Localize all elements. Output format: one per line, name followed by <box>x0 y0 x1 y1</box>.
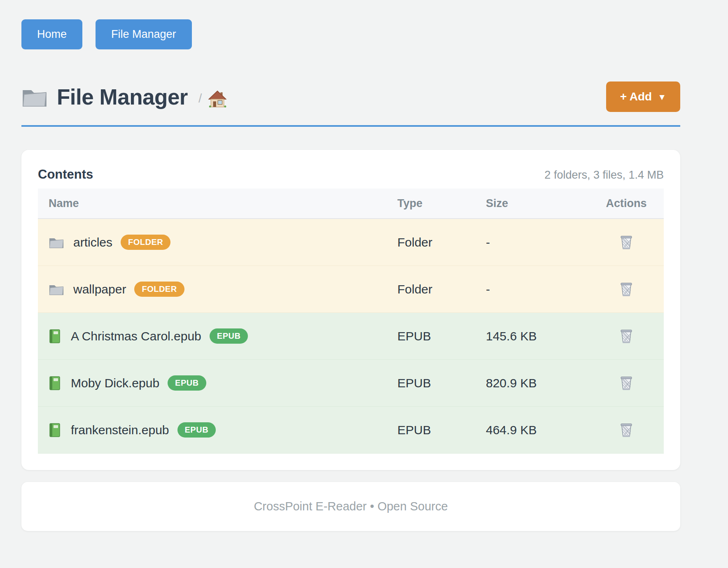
type-badge: FOLDER <box>134 282 184 297</box>
file-name: frankenstein.epub <box>71 423 169 437</box>
file-type-cell: EPUB <box>397 376 486 390</box>
file-size-cell: - <box>486 282 589 296</box>
home-button[interactable]: Home <box>21 19 82 49</box>
column-header-actions: Actions <box>589 197 664 210</box>
file-type-cell: Folder <box>397 282 486 296</box>
delete-button[interactable] <box>617 420 635 440</box>
table-row[interactable]: wallpaper FOLDER Folder - <box>38 266 664 313</box>
column-header-name: Name <box>38 197 397 210</box>
title-group: File Manager / <box>21 84 226 109</box>
delete-button[interactable] <box>617 326 635 346</box>
delete-button[interactable] <box>617 279 635 299</box>
type-badge: EPUB <box>177 422 216 438</box>
type-badge: EPUB <box>168 375 206 391</box>
contents-card: Contents 2 folders, 3 files, 1.4 MB Name… <box>21 150 680 470</box>
table-row[interactable]: A Christmas Carol.epub EPUB EPUB 145.6 K… <box>38 313 664 360</box>
add-button-label: + Add <box>620 91 652 102</box>
column-header-size: Size <box>486 197 589 210</box>
folder-icon <box>49 282 64 296</box>
page-title: File Manager <box>57 84 188 109</box>
column-header-type: Type <box>397 197 486 210</box>
file-manager-button[interactable]: File Manager <box>96 19 192 49</box>
page: Home File Manager File Manager / + Add ▼… <box>21 0 680 531</box>
table-row[interactable]: articles FOLDER Folder - <box>38 219 664 266</box>
book-icon <box>49 423 61 438</box>
file-name-cell[interactable]: A Christmas Carol.epub EPUB <box>38 328 397 344</box>
file-name-cell[interactable]: articles FOLDER <box>38 235 397 250</box>
trash-icon <box>619 422 634 438</box>
trash-icon <box>619 234 634 251</box>
file-name: A Christmas Carol.epub <box>71 329 201 343</box>
book-icon <box>49 376 61 391</box>
file-size-cell: 820.9 KB <box>486 376 589 390</box>
file-name-cell[interactable]: frankenstein.epub EPUB <box>38 422 397 438</box>
file-size-cell: - <box>486 235 589 249</box>
file-actions-cell <box>589 420 664 440</box>
file-name: wallpaper <box>73 282 126 296</box>
type-badge: FOLDER <box>121 235 170 250</box>
file-size-cell: 145.6 KB <box>486 329 589 343</box>
file-name-cell[interactable]: Moby Dick.epub EPUB <box>38 375 397 391</box>
type-badge: EPUB <box>210 328 248 344</box>
chevron-down-icon: ▼ <box>658 93 666 101</box>
footer-card: CrossPoint E-Reader • Open Source <box>21 482 680 531</box>
top-nav: Home File Manager <box>21 0 680 49</box>
file-type-cell: EPUB <box>397 423 486 437</box>
table-header-row: Name Type Size Actions <box>38 189 664 219</box>
trash-icon <box>619 281 634 298</box>
add-button[interactable]: + Add ▼ <box>606 81 680 112</box>
file-size-cell: 464.9 KB <box>486 423 589 437</box>
divider <box>21 125 680 127</box>
file-actions-cell <box>589 233 664 252</box>
breadcrumb-separator: / <box>198 91 202 105</box>
file-name-cell[interactable]: wallpaper FOLDER <box>38 282 397 297</box>
contents-summary: 2 folders, 3 files, 1.4 MB <box>544 169 664 182</box>
contents-card-header: Contents 2 folders, 3 files, 1.4 MB <box>38 167 664 182</box>
file-type-cell: Folder <box>397 235 486 249</box>
footer-text: CrossPoint E-Reader • Open Source <box>254 500 448 513</box>
folder-icon <box>49 235 64 249</box>
table-row[interactable]: frankenstein.epub EPUB EPUB 464.9 KB <box>38 407 664 454</box>
page-header: File Manager / + Add ▼ <box>21 81 680 112</box>
file-name: articles <box>73 235 112 249</box>
delete-button[interactable] <box>617 373 635 393</box>
file-name: Moby Dick.epub <box>71 376 159 390</box>
table-row[interactable]: Moby Dick.epub EPUB EPUB 820.9 KB <box>38 360 664 407</box>
file-type-cell: EPUB <box>397 329 486 343</box>
trash-icon <box>619 375 634 391</box>
contents-heading: Contents <box>38 167 93 182</box>
delete-button[interactable] <box>617 233 635 252</box>
home-breadcrumb-icon[interactable] <box>208 90 226 107</box>
trash-icon <box>619 328 634 345</box>
file-table: Name Type Size Actions articles FOLDER F… <box>38 189 664 454</box>
table-body: articles FOLDER Folder - wallpaper FOLDE… <box>38 219 664 454</box>
folder-icon <box>21 85 48 108</box>
file-actions-cell <box>589 326 664 346</box>
book-icon <box>49 329 61 344</box>
file-actions-cell <box>589 373 664 393</box>
file-actions-cell <box>589 279 664 299</box>
